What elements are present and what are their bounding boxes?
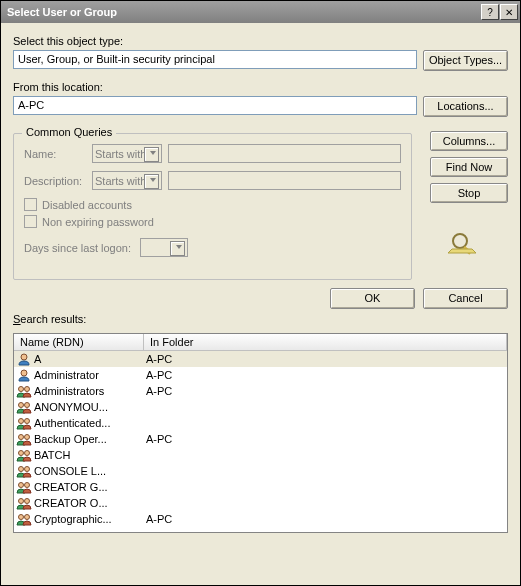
svg-point-5 [25,387,30,392]
row-folder: A-PC [146,513,507,525]
row-name: CONSOLE L... [34,465,146,477]
svg-point-9 [25,419,30,424]
checkbox-icon [24,215,37,228]
table-row[interactable]: CONSOLE L... [14,463,507,479]
days-label: Days since last logon: [24,242,134,254]
object-type-label: Select this object type: [13,35,508,47]
chevron-down-icon [176,245,182,249]
svg-point-19 [25,499,30,504]
svg-point-10 [19,435,24,440]
svg-point-8 [19,419,24,424]
common-queries-legend: Common Queries [22,126,116,138]
row-name: A [34,353,146,365]
search-results-label: Search results: [13,313,508,325]
row-name: BATCH [34,449,146,461]
table-row[interactable]: Backup Oper...A-PC [14,431,507,447]
stop-button[interactable]: Stop [430,183,508,203]
group-icon [16,464,32,478]
description-combo: Starts with [92,171,162,190]
table-row[interactable]: AA-PC [14,351,507,367]
description-input [168,171,401,190]
group-icon [16,432,32,446]
svg-point-2 [21,354,27,360]
user-icon [16,352,32,366]
table-row[interactable]: AdministratorA-PC [14,367,507,383]
group-icon [16,480,32,494]
grid-header[interactable]: Name (RDN) In Folder [14,334,507,351]
svg-point-14 [19,467,24,472]
table-row[interactable]: CREATOR G... [14,479,507,495]
disabled-accounts-checkbox: Disabled accounts [24,198,401,211]
svg-point-15 [25,467,30,472]
description-label: Description: [24,175,86,187]
column-folder[interactable]: In Folder [144,334,507,350]
name-combo: Starts with [92,144,162,163]
locations-button[interactable]: Locations... [423,96,508,117]
search-icon [446,229,482,257]
row-folder: A-PC [146,385,507,397]
svg-point-21 [25,515,30,520]
row-folder: A-PC [146,353,507,365]
titlebar: Select User or Group ? ✕ [1,1,520,23]
svg-point-6 [19,403,24,408]
table-row[interactable]: Authenticated... [14,415,507,431]
results-grid[interactable]: Name (RDN) In Folder AA-PCAdministratorA… [13,333,508,533]
object-type-field[interactable]: User, Group, or Built-in security princi… [13,50,417,69]
object-types-button[interactable]: Object Types... [423,50,508,71]
svg-point-16 [19,483,24,488]
svg-point-4 [19,387,24,392]
close-button[interactable]: ✕ [500,4,518,20]
group-icon [16,512,32,526]
row-name: Authenticated... [34,417,146,429]
svg-point-12 [19,451,24,456]
location-field[interactable]: A-PC [13,96,417,115]
row-name: Administrator [34,369,146,381]
svg-point-0 [453,234,467,248]
chevron-down-icon [150,151,156,155]
table-row[interactable]: Cryptographic...A-PC [14,511,507,527]
row-folder: A-PC [146,433,507,445]
table-row[interactable]: ANONYMOU... [14,399,507,415]
common-queries-group: Common Queries Name: Starts with Descrip… [13,133,412,280]
table-row[interactable]: CREATOR O... [14,495,507,511]
name-label: Name: [24,148,86,160]
window-title: Select User or Group [7,6,481,18]
row-name: Administrators [34,385,146,397]
group-icon [16,400,32,414]
user-icon [16,368,32,382]
svg-point-18 [19,499,24,504]
table-row[interactable]: BATCH [14,447,507,463]
row-name: CREATOR O... [34,497,146,509]
row-folder: A-PC [146,369,507,381]
svg-point-17 [25,483,30,488]
table-row[interactable]: AdministratorsA-PC [14,383,507,399]
row-name: Cryptographic... [34,513,146,525]
find-now-button[interactable]: Find Now [430,157,508,177]
columns-button[interactable]: Columns... [430,131,508,151]
days-combo [140,238,188,257]
ok-button[interactable]: OK [330,288,415,309]
row-name: CREATOR G... [34,481,146,493]
chevron-down-icon [150,178,156,182]
svg-point-13 [25,451,30,456]
cancel-button[interactable]: Cancel [423,288,508,309]
row-name: Backup Oper... [34,433,146,445]
group-icon [16,384,32,398]
svg-point-3 [21,370,27,376]
location-label: From this location: [13,81,508,93]
column-name[interactable]: Name (RDN) [14,334,144,350]
help-button[interactable]: ? [481,4,499,20]
group-icon [16,448,32,462]
row-name: ANONYMOU... [34,401,146,413]
name-input [168,144,401,163]
svg-point-20 [19,515,24,520]
non-expiring-checkbox: Non expiring password [24,215,401,228]
group-icon [16,416,32,430]
svg-point-7 [25,403,30,408]
grid-body[interactable]: AA-PCAdministratorA-PCAdministratorsA-PC… [14,351,507,532]
checkbox-icon [24,198,37,211]
group-icon [16,496,32,510]
svg-point-11 [25,435,30,440]
